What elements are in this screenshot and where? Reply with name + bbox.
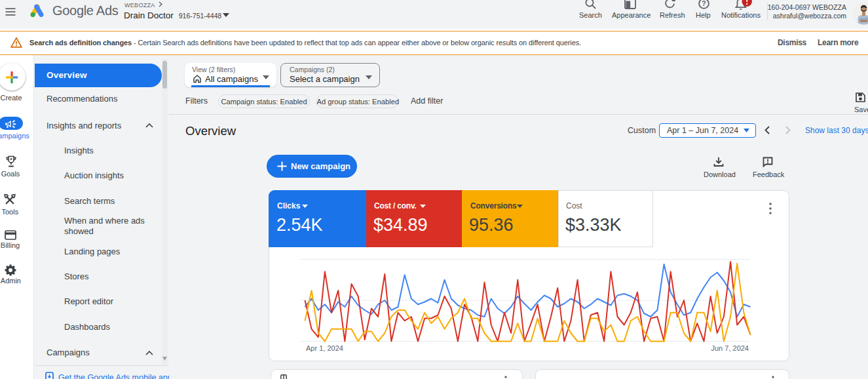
svg-text:?: ? bbox=[702, 0, 706, 7]
